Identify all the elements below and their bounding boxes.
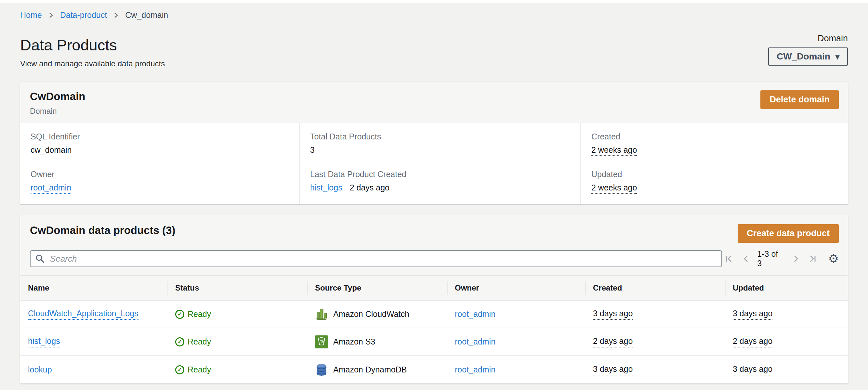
column-header-owner: Owner [447, 276, 585, 300]
s3-icon [315, 335, 328, 348]
cloudwatch-icon [315, 308, 328, 321]
source-type-label: Amazon CloudWatch [333, 310, 409, 319]
row-owner-link[interactable]: root_admin [455, 310, 495, 319]
domain-dropdown-value: CW_Domain [777, 51, 830, 62]
owner-label: Owner [31, 170, 299, 179]
row-created-value[interactable]: 2 days ago [593, 336, 632, 348]
total-data-products-label: Total Data Products [310, 132, 580, 141]
data-products-card-title: CwDomain data products (3) [30, 224, 175, 237]
column-header-status: Status [167, 276, 307, 300]
dynamodb-icon [315, 363, 328, 376]
status-check-icon: ✓ [175, 337, 184, 347]
search-input[interactable] [30, 250, 722, 267]
page-title: Data Products [20, 36, 165, 54]
domain-card: CwDomain Domain Delete domain SQL Identi… [20, 82, 848, 204]
status-badge: Ready [188, 365, 211, 375]
row-updated-value[interactable]: 3 days ago [733, 309, 772, 320]
row-updated-value[interactable]: 2 days ago [733, 336, 772, 348]
pagination-range: 1-3 of 3 [757, 249, 784, 268]
page-subtitle: View and manage available data products [20, 59, 165, 68]
domain-card-title: CwDomain [30, 90, 86, 103]
table-row: hist_logs✓ReadyAmazon S3root_admin2 days… [20, 328, 848, 356]
created-label: Created [591, 132, 848, 141]
product-name-link[interactable]: lookup [28, 365, 52, 375]
last-data-product-created-label: Last Data Product Created [310, 170, 580, 179]
table-row: CloudWatch_Application_Logs✓ReadyAmazon … [20, 301, 848, 328]
breadcrumb-home[interactable]: Home [20, 10, 42, 20]
chevron-down-icon [836, 51, 839, 62]
owner-link[interactable]: root_admin [31, 183, 71, 194]
chevron-right-icon [49, 11, 54, 19]
column-header-updated: Updated [725, 276, 848, 300]
next-page-button[interactable] [788, 251, 803, 266]
delete-domain-button[interactable]: Delete domain [761, 90, 839, 109]
updated-label: Updated [591, 170, 848, 179]
first-page-button[interactable] [722, 251, 737, 266]
sql-identifier-value: cw_domain [31, 145, 299, 155]
column-header-created: Created [585, 276, 725, 300]
domain-card-subtitle: Domain [30, 107, 86, 116]
settings-gear-icon[interactable]: ⚙ [828, 253, 839, 265]
breadcrumb-current: Cw_domain [125, 10, 168, 20]
table-header: Name Status Source Type Owner Created Up… [20, 275, 848, 301]
status-badge: Ready [188, 337, 211, 347]
data-products-card: CwDomain data products (3) Create data p… [20, 215, 848, 384]
breadcrumb-data-product[interactable]: Data-product [60, 10, 107, 20]
domain-dropdown-button[interactable]: CW_Domain [768, 47, 848, 66]
row-created-value[interactable]: 3 days ago [593, 309, 632, 320]
last-page-button[interactable] [805, 251, 819, 266]
row-created-value[interactable]: 3 days ago [593, 364, 632, 376]
create-data-product-button[interactable]: Create data product [738, 224, 839, 243]
created-value[interactable]: 2 weeks ago [591, 145, 637, 156]
product-name-link[interactable]: CloudWatch_Application_Logs [28, 309, 138, 320]
row-owner-link[interactable]: root_admin [455, 337, 495, 347]
column-header-name: Name [20, 276, 167, 300]
source-type-label: Amazon DynamoDB [333, 365, 407, 375]
row-updated-value[interactable]: 3 days ago [733, 364, 772, 376]
table-row: lookup✓ReadyAmazon DynamoDBroot_admin3 d… [20, 356, 848, 384]
table-body: CloudWatch_Application_Logs✓ReadyAmazon … [20, 301, 848, 384]
status-badge: Ready [188, 310, 211, 319]
domain-selector-label: Domain [768, 33, 848, 43]
last-data-product-time: 2 days ago [350, 183, 390, 192]
chevron-right-icon [114, 11, 119, 19]
last-data-product-link[interactable]: hist_logs [310, 183, 342, 192]
status-check-icon: ✓ [175, 310, 184, 319]
source-type-label: Amazon S3 [333, 337, 375, 347]
product-name-link[interactable]: hist_logs [28, 336, 60, 348]
total-data-products-value: 3 [310, 145, 580, 155]
column-header-source-type: Source Type [307, 276, 447, 300]
breadcrumb: Home Data-product Cw_domain [20, 10, 848, 20]
page-header: Data Products View and manage available … [20, 36, 165, 68]
top-strip [0, 0, 868, 3]
search-icon [35, 254, 45, 265]
status-check-icon: ✓ [175, 365, 184, 375]
sql-identifier-label: SQL Identifier [31, 132, 299, 141]
previous-page-button[interactable] [739, 251, 753, 266]
updated-value[interactable]: 2 weeks ago [591, 183, 637, 194]
row-owner-link[interactable]: root_admin [455, 365, 495, 375]
